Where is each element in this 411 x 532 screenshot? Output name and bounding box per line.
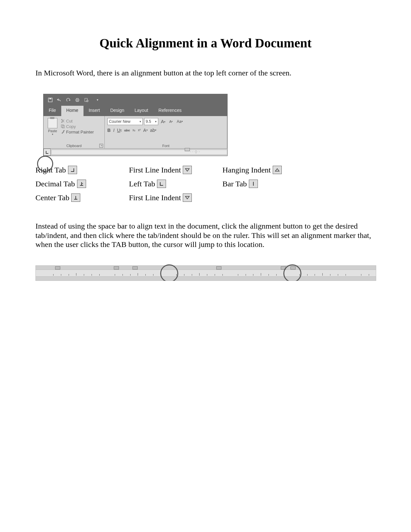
- svg-rect-1: [49, 98, 51, 99]
- brush-icon: [61, 130, 65, 134]
- underline-button[interactable]: U▾: [117, 128, 122, 133]
- right-tab-icon: [68, 166, 77, 174]
- highlight-button[interactable]: ab▾: [150, 128, 157, 133]
- copy-button[interactable]: Copy: [61, 124, 94, 129]
- quick-print-icon[interactable]: [74, 97, 80, 103]
- clipboard-group: Paste ▾ Cut: [44, 116, 105, 148]
- paste-icon: [48, 118, 57, 128]
- legend-decimal-tab-label: Decimal Tab: [35, 180, 75, 188]
- word-ribbon-screenshot: ▾ File Home Insert Design Layout Referen…: [35, 94, 229, 156]
- legend-left-tab: Left Tab: [129, 180, 222, 188]
- subscript-button[interactable]: x₂: [132, 128, 135, 133]
- left-tab-icon: [157, 180, 166, 188]
- legend-decimal-tab: Decimal Tab: [35, 180, 129, 188]
- quick-access-toolbar: ▾: [44, 94, 227, 106]
- page-title: Quick Alignment in a Word Document: [35, 35, 376, 51]
- redo-icon[interactable]: [65, 97, 71, 103]
- tab-stop-marker-3-icon[interactable]: [216, 266, 221, 270]
- first-line-indent-icon: [183, 166, 192, 174]
- legend-first-line-indent: First Line Indent: [129, 166, 222, 174]
- legend-right-tab-label: Right Tab: [35, 166, 66, 174]
- print-preview-icon[interactable]: [83, 97, 89, 103]
- svg-rect-3: [76, 98, 78, 99]
- paste-label: Paste: [46, 129, 59, 133]
- save-icon[interactable]: [47, 97, 53, 103]
- legend-center-tab-label: Center Tab: [35, 193, 69, 202]
- tab-stop-marker-5-icon[interactable]: [290, 266, 296, 270]
- legend-left-tab-label: Left Tab: [129, 180, 155, 188]
- format-painter-button[interactable]: Format Painter: [61, 130, 94, 134]
- first-line-indent-marker-icon[interactable]: [55, 266, 60, 270]
- customize-qat-icon[interactable]: ▾: [94, 97, 100, 103]
- strikethrough-button[interactable]: abc: [124, 128, 130, 133]
- legend-first-line-indent-2-label: First Line Indent: [129, 193, 181, 202]
- tab-selector-button[interactable]: [44, 149, 51, 156]
- hanging-indent-icon: [273, 166, 282, 174]
- legend-bar-tab: Bar Tab: [222, 180, 287, 188]
- center-tab-icon: [71, 193, 80, 202]
- tab-stop-marker-2-icon[interactable]: [132, 266, 138, 270]
- legend-first-line-indent-label: First Line Indent: [129, 166, 181, 174]
- legend-center-tab: Center Tab: [35, 193, 129, 202]
- full-ruler-figure: 12345: [35, 265, 376, 281]
- tab-file[interactable]: File: [44, 106, 61, 116]
- mini-ruler[interactable]: · · · | · ·: [51, 150, 227, 155]
- svg-point-12: [82, 183, 83, 184]
- tab-stop-marker-4-icon[interactable]: [281, 266, 286, 270]
- first-line-indent-2-icon: [183, 193, 192, 202]
- tab-home[interactable]: Home: [61, 106, 83, 116]
- tab-stop-marker-1-icon[interactable]: [114, 266, 119, 270]
- superscript-button[interactable]: x²: [138, 128, 141, 133]
- font-size-select[interactable]: 9.5▾: [144, 118, 158, 125]
- bar-tab-icon: [249, 180, 258, 188]
- paste-button[interactable]: Paste ▾: [46, 118, 59, 143]
- font-group-label: Font: [105, 144, 227, 148]
- clipboard-group-label: Clipboard: [44, 144, 104, 148]
- legend-first-line-indent-2: First Line Indent: [129, 193, 222, 202]
- grow-font-button[interactable]: A▴: [160, 118, 167, 125]
- decimal-tab-icon: [77, 180, 86, 188]
- legend-bar-tab-label: Bar Tab: [222, 180, 247, 188]
- svg-point-8: [62, 119, 63, 120]
- undo-icon[interactable]: [56, 97, 62, 103]
- scissors-icon: [61, 119, 65, 123]
- font-size-value: 9.5: [146, 119, 151, 124]
- text-effects-button[interactable]: A▾: [143, 128, 147, 133]
- format-painter-label: Format Painter: [66, 130, 94, 134]
- italic-button[interactable]: I: [113, 128, 114, 133]
- svg-rect-11: [63, 130, 65, 132]
- tab-layout[interactable]: Layout: [130, 106, 153, 116]
- font-name-select[interactable]: Courier New▾: [107, 118, 143, 125]
- tab-design[interactable]: Design: [105, 106, 130, 116]
- font-name-value: Courier New: [109, 119, 131, 124]
- left-tab-icon: [45, 150, 49, 154]
- explain-paragraph: Instead of using the space bar to align …: [35, 222, 376, 249]
- legend-hanging-indent: Hanging Indent: [222, 166, 287, 174]
- legend-right-tab: Right Tab: [35, 166, 129, 174]
- ribbon-tabs: File Home Insert Design Layout Reference…: [44, 106, 227, 116]
- indent-marker-icon[interactable]: [185, 148, 190, 151]
- change-case-button[interactable]: Aa▾: [175, 118, 184, 125]
- cut-label: Cut: [66, 119, 73, 123]
- tab-references[interactable]: References: [153, 106, 187, 116]
- svg-point-7: [62, 122, 63, 123]
- bold-button[interactable]: B: [107, 128, 111, 133]
- full-ruler[interactable]: 12345: [35, 265, 376, 281]
- clipboard-launcher-icon[interactable]: ↘: [99, 144, 103, 148]
- font-group: Courier New▾ 9.5▾ A▴ A▾ Aa▾ B I U▾ abc: [105, 116, 227, 148]
- copy-label: Copy: [66, 124, 76, 129]
- legend-hanging-indent-label: Hanging Indent: [222, 166, 271, 174]
- tab-types-legend: Right Tab First Line Indent Hanging Inde…: [35, 166, 284, 202]
- intro-paragraph: In Microsoft Word, there is an alignment…: [35, 68, 376, 78]
- mini-ruler-row: · · · | · ·: [44, 148, 227, 156]
- shrink-font-button[interactable]: A▾: [168, 118, 174, 125]
- cut-button[interactable]: Cut: [61, 119, 94, 123]
- copy-icon: [61, 124, 65, 128]
- tab-insert[interactable]: Insert: [83, 106, 105, 116]
